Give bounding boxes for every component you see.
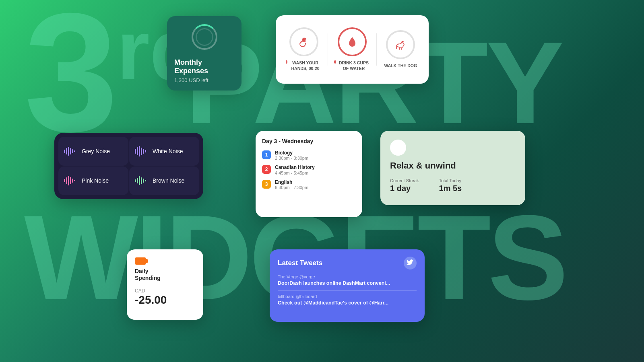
meditate-total: Total Today 1m 5s xyxy=(439,178,462,193)
schedule-item-history: 2 Canadian History 4:45pm - 5:45pm xyxy=(262,165,356,175)
meditate-total-label: Total Today xyxy=(439,178,462,183)
brown-noise-label: Brown Noise xyxy=(153,177,184,184)
meditate-streak-val: 1 day xyxy=(390,184,419,193)
health-label-dog: WALK THE DOG xyxy=(384,63,417,69)
pink-noise-label: Pink Noise xyxy=(82,177,109,184)
tweets-title: Latest Tweets xyxy=(278,259,322,267)
meditate-streak-label: Current Streak xyxy=(390,178,419,183)
svg-rect-6 xyxy=(74,150,75,152)
tweets-widget: Latest Tweets The Verge @verge DoorDash … xyxy=(270,249,425,322)
spending-amount: -25.00 xyxy=(135,294,195,306)
expenses-title: MonthlyExpenses xyxy=(174,58,208,76)
svg-rect-21 xyxy=(139,176,140,185)
svg-rect-1 xyxy=(64,150,65,153)
tweet-item-1: The Verge @verge DoorDash launches onlin… xyxy=(278,274,417,286)
schedule-num-2: 2 xyxy=(262,165,271,174)
expenses-widget: MonthlyExpenses 1,300 USD left xyxy=(167,16,242,90)
schedule-item-english: 3 English 6:30pm - 7:30pm xyxy=(262,179,356,190)
schedule-widget: Day 3 - Wednesday 1 Biology 2:30pm - 3:3… xyxy=(256,131,362,217)
schedule-num-3: 3 xyxy=(262,180,271,189)
grey-noise-label: Grey Noise xyxy=(82,148,110,154)
svg-rect-11 xyxy=(143,149,144,154)
spending-title: DailySpending xyxy=(135,268,195,282)
drop-icon xyxy=(345,35,359,49)
svg-rect-8 xyxy=(137,147,138,155)
svg-rect-14 xyxy=(66,177,67,184)
svg-rect-9 xyxy=(139,146,140,156)
white-noise-label: White Noise xyxy=(153,148,183,154)
schedule-time-english: 6:30pm - 7:30pm xyxy=(275,185,308,190)
svg-rect-5 xyxy=(72,149,73,153)
white-noise-icon xyxy=(135,145,148,158)
noise-item-pink[interactable]: Pink Noise xyxy=(58,167,128,195)
meditate-widget: Relax & unwind Current Streak 1 day Tota… xyxy=(380,131,525,205)
brown-noise-icon xyxy=(135,174,148,187)
expenses-circle-icon xyxy=(192,24,217,50)
meditate-dot xyxy=(390,140,406,156)
tweet-handle-2: billboard @billboard xyxy=(278,294,417,299)
noise-item-grey[interactable]: Grey Noise xyxy=(58,137,128,166)
health-widget: WASH YOUR HANDS, 00:20 DRINK 3 CUPS OF W… xyxy=(276,15,429,84)
health-item-wash: WASH YOUR HANDS, 00:20 xyxy=(280,27,328,71)
schedule-title: Day 3 - Wednesday xyxy=(262,138,356,144)
grey-noise-icon xyxy=(64,145,77,158)
hands-icon xyxy=(297,35,311,49)
health-circle-dog xyxy=(386,30,415,59)
tweet-item-2: billboard @billboard Check out @Maddiean… xyxy=(278,294,417,306)
svg-rect-2 xyxy=(66,148,67,154)
noise-widget: Grey Noise White Noise xyxy=(54,133,203,199)
health-label-wash: WASH YOUR HANDS, 00:20 xyxy=(286,60,322,71)
svg-rect-23 xyxy=(143,179,144,183)
svg-rect-7 xyxy=(135,149,136,154)
schedule-course-biology: Biology xyxy=(275,150,308,156)
svg-rect-12 xyxy=(145,150,146,152)
tweets-header: Latest Tweets xyxy=(278,257,417,269)
svg-point-0 xyxy=(398,43,399,44)
schedule-num-1: 1 xyxy=(262,150,271,159)
health-item-dog: WALK THE DOG xyxy=(377,30,425,69)
expenses-circle-inner xyxy=(196,28,213,46)
svg-rect-16 xyxy=(70,177,71,184)
meditate-total-val: 1m 5s xyxy=(439,184,462,193)
dog-icon xyxy=(393,37,408,52)
health-circle-water xyxy=(338,27,367,56)
tweet-text-2: Check out @MaddieandTae's cover of @Harr… xyxy=(278,300,417,306)
svg-rect-10 xyxy=(141,148,142,155)
noise-item-white[interactable]: White Noise xyxy=(129,137,199,166)
health-dot-water xyxy=(334,60,336,64)
twitter-bird-icon xyxy=(404,257,417,269)
health-circle-wash xyxy=(289,27,318,56)
svg-rect-17 xyxy=(72,179,73,183)
schedule-time-biology: 2:30pm - 3:30pm xyxy=(275,156,308,160)
schedule-time-history: 4:45pm - 5:45pm xyxy=(275,171,315,175)
schedule-course-english: English xyxy=(275,179,308,185)
schedule-course-history: Canadian History xyxy=(275,165,315,170)
spending-icon xyxy=(135,257,146,265)
tweet-text-1: DoorDash launches online DashMart conven… xyxy=(278,280,417,286)
health-dot-wash xyxy=(286,60,288,64)
svg-rect-13 xyxy=(64,179,65,182)
svg-rect-15 xyxy=(68,176,69,185)
meditate-stats: Current Streak 1 day Total Today 1m 5s xyxy=(390,178,516,193)
health-label-water: DRINK 3 CUPS OF WATER xyxy=(334,60,370,71)
health-item-water: DRINK 3 CUPS OF WATER xyxy=(328,27,376,71)
meditate-streak: Current Streak 1 day xyxy=(390,178,419,193)
expenses-subtitle: 1,300 USD left xyxy=(174,77,208,83)
meditate-title: Relax & unwind xyxy=(390,160,516,171)
svg-rect-4 xyxy=(70,148,71,154)
svg-rect-24 xyxy=(145,180,146,181)
pink-noise-icon xyxy=(64,174,77,187)
svg-rect-19 xyxy=(135,179,136,182)
svg-rect-3 xyxy=(68,147,69,156)
noise-item-brown[interactable]: Brown Noise xyxy=(129,167,199,195)
svg-rect-20 xyxy=(137,178,138,183)
svg-rect-18 xyxy=(74,180,75,181)
tweet-divider xyxy=(278,290,417,291)
schedule-item-biology: 1 Biology 2:30pm - 3:30pm xyxy=(262,150,356,160)
tweet-handle-1: The Verge @verge xyxy=(278,274,417,279)
spending-widget: DailySpending CAD -25.00 xyxy=(127,249,203,320)
svg-rect-22 xyxy=(141,177,142,184)
spending-currency: CAD xyxy=(135,288,195,294)
